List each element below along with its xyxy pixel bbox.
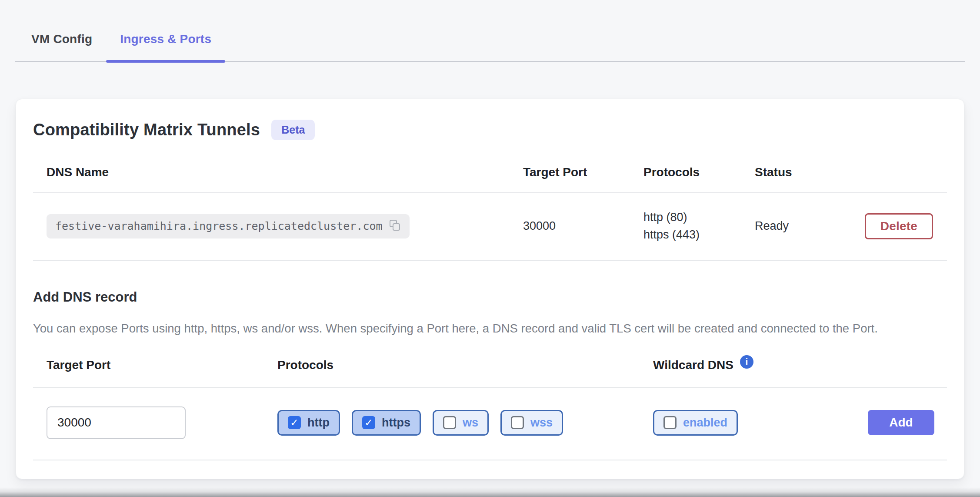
- add-form-header: Target Port Protocols Wildcard DNS i: [33, 358, 947, 388]
- checkbox-unchecked-icon[interactable]: [663, 416, 677, 429]
- status-cell: Ready: [755, 219, 848, 233]
- table-row: festive-varahamihira.ingress.replicatedc…: [33, 193, 947, 261]
- card-title-row: Compatibility Matrix Tunnels Beta: [33, 120, 947, 140]
- checkbox-unchecked-icon[interactable]: [443, 416, 456, 429]
- dns-name-cell: festive-varahamihira.ingress.replicatedc…: [47, 214, 523, 238]
- protocol-http: http (80): [643, 209, 755, 226]
- col-header-target-port: Target Port: [523, 165, 643, 179]
- chip-label: enabled: [683, 416, 727, 430]
- chip-label: wss: [530, 416, 553, 430]
- copy-icon[interactable]: [390, 220, 402, 233]
- add-dns-record-title: Add DNS record: [33, 289, 947, 305]
- beta-badge: Beta: [271, 120, 315, 140]
- form-header-target-port: Target Port: [47, 358, 277, 372]
- checkbox-checked-icon[interactable]: ✓: [288, 416, 301, 429]
- tab-vm-config[interactable]: VM Config: [17, 18, 106, 61]
- tunnels-card: Compatibility Matrix Tunnels Beta DNS Na…: [16, 99, 964, 479]
- protocol-chip-wss[interactable]: wss: [500, 410, 563, 436]
- chip-label: http: [307, 416, 330, 430]
- dns-name-pill: festive-varahamihira.ingress.replicatedc…: [47, 214, 410, 238]
- dns-name-text: festive-varahamihira.ingress.replicatedc…: [55, 220, 383, 232]
- add-dns-record-description: You can expose Ports using http, https, …: [33, 320, 920, 337]
- add-form-row: ✓ http ✓ https ws wss enabled Add: [33, 406, 947, 439]
- wildcard-dns-label: Wildcard DNS: [653, 358, 733, 372]
- col-header-protocols: Protocols: [643, 165, 755, 179]
- page-title: Compatibility Matrix Tunnels: [33, 121, 260, 139]
- protocols-cell: http (80) https (443): [643, 209, 755, 244]
- target-port-cell: 30000: [523, 219, 643, 233]
- target-port-input[interactable]: [47, 406, 186, 439]
- wildcard-enabled-chip[interactable]: enabled: [653, 410, 738, 436]
- protocol-chip-row: ✓ http ✓ https ws wss: [277, 410, 653, 436]
- window-bottom-edge: [0, 487, 980, 497]
- form-header-protocols: Protocols: [277, 358, 653, 372]
- tunnels-table-header: DNS Name Target Port Protocols Status: [33, 165, 947, 193]
- checkbox-checked-icon[interactable]: ✓: [362, 416, 375, 429]
- checkbox-unchecked-icon[interactable]: [511, 416, 524, 429]
- chip-label: ws: [463, 416, 478, 430]
- col-header-status: Status: [755, 165, 848, 179]
- add-button[interactable]: Add: [868, 410, 934, 435]
- info-icon[interactable]: i: [740, 355, 753, 369]
- form-header-wildcard-dns: Wildcard DNS i: [653, 358, 868, 372]
- tab-ingress-ports[interactable]: Ingress & Ports: [106, 18, 225, 61]
- protocol-chip-https[interactable]: ✓ https: [352, 410, 421, 436]
- delete-button[interactable]: Delete: [865, 213, 933, 239]
- chip-label: https: [382, 416, 410, 430]
- card-bottom-divider: [33, 460, 947, 460]
- protocol-https: https (443): [643, 226, 755, 244]
- protocol-chip-ws[interactable]: ws: [433, 410, 489, 436]
- col-header-dns-name: DNS Name: [47, 165, 523, 179]
- tab-bar: VM Config Ingress & Ports: [15, 18, 965, 62]
- protocol-chip-http[interactable]: ✓ http: [277, 410, 340, 436]
